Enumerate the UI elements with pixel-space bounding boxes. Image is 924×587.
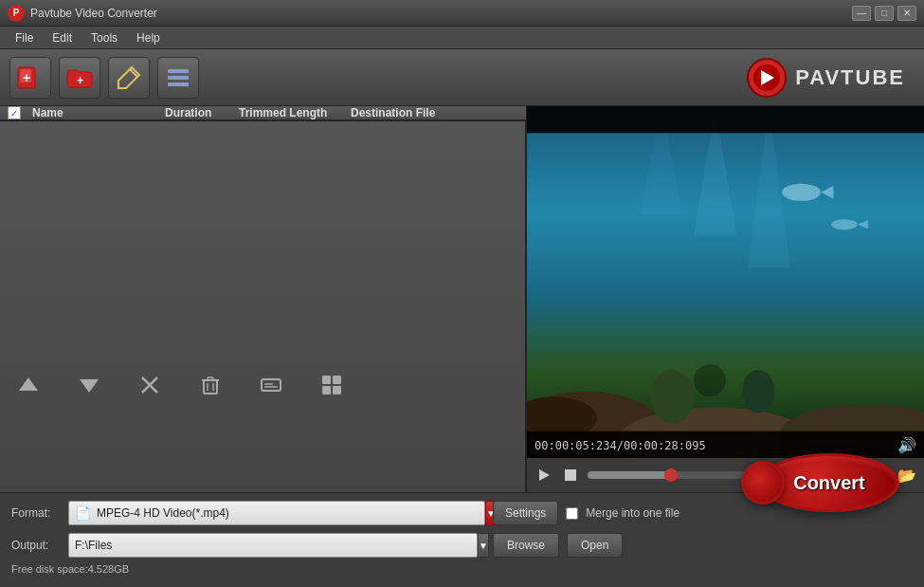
svg-marker-12	[19, 377, 38, 391]
open-folder-button[interactable]: 📂	[897, 467, 916, 485]
svg-rect-25	[333, 376, 341, 384]
menu-tools[interactable]: Tools	[83, 29, 125, 46]
menu-file[interactable]: File	[8, 29, 41, 46]
menu-help[interactable]: Help	[129, 29, 168, 46]
svg-rect-16	[204, 380, 217, 394]
edit-button[interactable]	[108, 57, 150, 99]
header-destination-file: Destination File	[347, 106, 526, 119]
convert-label: Convert	[793, 472, 865, 494]
svg-rect-5	[168, 69, 189, 73]
svg-rect-24	[322, 376, 331, 384]
list-button[interactable]	[157, 57, 199, 99]
logo-text: PAVTUBE	[795, 65, 905, 90]
output-path-value: F:\Files	[75, 539, 112, 552]
title-bar: P Pavtube Video Converter — □ ✕	[0, 0, 924, 27]
svg-rect-47	[565, 469, 576, 481]
format-row: Format: 📄 MPEG-4 HD Video(*.mp4) ▼ Setti…	[11, 501, 913, 525]
maximize-button[interactable]: □	[875, 6, 894, 21]
bottom-controls: Format: 📄 MPEG-4 HD Video(*.mp4) ▼ Setti…	[0, 492, 924, 587]
title-left: P Pavtube Video Converter	[8, 5, 157, 22]
svg-marker-13	[80, 379, 99, 393]
merge-checkbox[interactable]	[566, 507, 578, 520]
delete-button[interactable]	[197, 372, 224, 398]
output-row: Output: F:\Files ▼ Browse Open	[11, 533, 913, 558]
svg-point-41	[742, 370, 774, 413]
svg-rect-6	[168, 76, 189, 80]
output-label: Output:	[11, 539, 61, 552]
header-name: Name	[28, 106, 161, 119]
svg-text:+: +	[23, 70, 30, 85]
grid-button[interactable]	[318, 372, 345, 398]
format-select[interactable]: 📄 MPEG-4 HD Video(*.mp4)	[68, 501, 485, 525]
move-up-button[interactable]	[15, 372, 42, 398]
logo: PAVTUBE	[746, 57, 905, 99]
video-panel: 00:00:05:234/00:00:28:095 🔊 📷 📂	[527, 106, 924, 492]
svg-point-43	[694, 364, 726, 396]
progress-thumb[interactable]	[664, 468, 678, 482]
header-trimmed-length: Trimmed Length	[235, 106, 347, 119]
header-check: ✓	[0, 106, 28, 119]
browse-button[interactable]: Browse	[493, 533, 559, 558]
svg-point-34	[831, 219, 857, 229]
output-path[interactable]: F:\Files	[68, 533, 478, 558]
merge-label: Merge into one file	[586, 506, 679, 520]
stop-button[interactable]	[561, 468, 580, 482]
window-title: Pavtube Video Converter	[30, 7, 157, 20]
svg-text:+: +	[77, 74, 83, 87]
menu-edit[interactable]: Edit	[45, 29, 80, 46]
svg-rect-27	[333, 386, 341, 394]
svg-rect-44	[527, 106, 924, 133]
play-button[interactable]	[534, 468, 553, 483]
file-list-header: ✓ Name Duration Trimmed Length Destinati…	[0, 106, 526, 120]
video-preview: 00:00:05:234/00:00:28:095 🔊	[527, 106, 924, 458]
window-controls: — □ ✕	[852, 6, 916, 21]
add-folder-button[interactable]: +	[59, 57, 100, 99]
svg-rect-26	[322, 386, 331, 394]
toolbar: + + PAVTUBE	[0, 49, 924, 106]
open-button[interactable]: Open	[567, 533, 623, 558]
settings-button[interactable]: Settings	[493, 501, 558, 525]
subtitle-button[interactable]	[258, 372, 284, 398]
svg-point-32	[782, 184, 821, 201]
format-value: MPEG-4 HD Video(*.mp4)	[97, 506, 229, 520]
close-button[interactable]: ✕	[897, 6, 916, 21]
move-down-button[interactable]	[76, 372, 102, 398]
disk-space-label: Free disk space:4.528GB	[11, 563, 913, 575]
svg-rect-21	[262, 379, 281, 391]
file-panel: ✓ Name Duration Trimmed Length Destinati…	[0, 106, 527, 492]
convert-button[interactable]: Convert	[759, 453, 899, 512]
app-icon: P	[8, 5, 25, 22]
svg-rect-7	[168, 83, 189, 86]
remove-button[interactable]	[136, 372, 163, 398]
time-display: 00:00:05:234/00:00:28:095	[534, 439, 706, 452]
merge-checkbox-row: Merge into one file	[566, 506, 679, 520]
minimize-button[interactable]: —	[852, 6, 871, 21]
select-all-checkbox[interactable]: ✓	[8, 106, 21, 119]
svg-rect-18	[208, 377, 213, 380]
add-file-button[interactable]: +	[9, 57, 51, 99]
format-icon: 📄	[75, 505, 91, 521]
volume-icon[interactable]: 🔊	[897, 436, 916, 454]
header-duration: Duration	[161, 106, 235, 119]
progress-fill	[588, 471, 670, 479]
svg-marker-46	[539, 469, 550, 481]
output-dropdown-button[interactable]: ▼	[478, 533, 489, 558]
menu-bar: File Edit Tools Help	[0, 27, 924, 49]
format-label: Format:	[11, 506, 61, 520]
svg-point-40	[651, 370, 694, 424]
